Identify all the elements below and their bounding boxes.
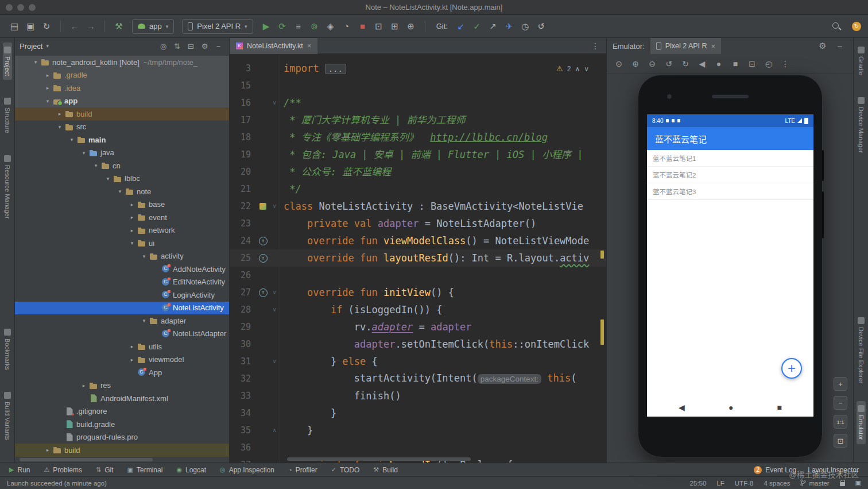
- tool-window-button-emulator[interactable]: Emulator: [857, 401, 866, 444]
- code-line[interactable]: 15: [230, 77, 606, 94]
- code-line[interactable]: 23 private val adapter = NoteListAdapter…: [230, 215, 606, 232]
- tree-item-res[interactable]: ▸res: [15, 379, 229, 392]
- tree-item-lblbc[interactable]: ▾lblbc: [15, 172, 229, 186]
- stop-icon[interactable]: ■: [355, 20, 370, 33]
- tool-window-button-profiler[interactable]: ◔Profiler: [288, 466, 317, 474]
- hide-panel-icon[interactable]: −: [212, 40, 224, 52]
- project-panel-title[interactable]: Project: [20, 42, 42, 51]
- tree-item-build[interactable]: ▸build: [15, 107, 229, 121]
- attach-debugger-icon[interactable]: ⊕: [404, 20, 418, 33]
- tree-item-App[interactable]: App: [15, 366, 229, 379]
- override-gutter-icon[interactable]: ↑: [256, 232, 270, 249]
- device-screenshot-icon[interactable]: ⊡: [371, 20, 386, 33]
- collapse-arrow-icon[interactable]: ▾: [67, 137, 76, 143]
- tree-item-.gradle[interactable]: ▸.gradle: [15, 69, 229, 82]
- layout-inspector-button[interactable]: Layout Inspector: [808, 466, 859, 474]
- code-line[interactable]: 32 startActivity(Intent(packageContext: …: [230, 370, 606, 387]
- tool-window-button-logcat[interactable]: ◉Logcat: [176, 466, 206, 474]
- expand-arrow-icon[interactable]: ▸: [43, 72, 52, 78]
- power-icon[interactable]: ⊙: [611, 57, 626, 71]
- code-line[interactable]: 36: [230, 439, 606, 456]
- expand-arrow-icon[interactable]: ▸: [127, 357, 137, 363]
- fold-marker-icon[interactable]: ∧: [270, 422, 279, 439]
- collapse-arrow-icon[interactable]: ▾: [140, 318, 149, 324]
- tool-window-button-project[interactable]: Project: [3, 43, 12, 80]
- window-controls[interactable]: [6, 4, 36, 11]
- tool-window-button-build[interactable]: ⚒Build: [373, 466, 398, 474]
- git-push-remote-icon[interactable]: ✈: [502, 20, 517, 33]
- note-list-item[interactable]: 蓝不蓝云笔记3: [647, 183, 813, 200]
- tool-window-button-run[interactable]: ▶Run: [9, 466, 30, 474]
- code-line[interactable]: 16∨/**: [230, 94, 606, 111]
- tool-window-button-app-inspection[interactable]: ◎App Inspection: [220, 466, 274, 474]
- git-push-icon[interactable]: ↗: [486, 20, 501, 33]
- git-update-icon[interactable]: ↙: [454, 20, 468, 33]
- minimize-window-icon[interactable]: [17, 4, 24, 11]
- tree-item-event[interactable]: ▸event: [15, 211, 229, 224]
- emulator-device-tab[interactable]: Pixel 2 API R ×: [650, 38, 722, 54]
- code-line[interactable]: 18 * 专注《零基础学编程系列》 http://lblbc.cn/blog: [230, 129, 606, 146]
- volume-up-icon[interactable]: ⊕: [628, 57, 643, 71]
- device-select[interactable]: Pixel 2 API R ▾: [182, 19, 253, 34]
- tool-window-button-problems[interactable]: ⚠Problems: [44, 466, 82, 474]
- tool-window-button-structure[interactable]: Structure: [3, 94, 12, 137]
- note-list-item[interactable]: 蓝不蓝云笔记2: [647, 167, 813, 183]
- lock-icon[interactable]: [840, 482, 845, 486]
- expand-collapse-icon[interactable]: ⇅: [171, 40, 183, 52]
- volume-down-icon[interactable]: ⊖: [645, 57, 660, 71]
- expand-arrow-icon[interactable]: ▸: [43, 85, 52, 91]
- tree-item-cn[interactable]: ▾cn: [15, 159, 229, 172]
- change-mark[interactable]: [600, 251, 604, 259]
- history-icon[interactable]: ◷: [518, 20, 533, 33]
- collapse-arrow-icon[interactable]: ▾: [91, 163, 100, 168]
- tree-item-java[interactable]: ▾java: [15, 147, 229, 160]
- code-line[interactable]: 17 * 厦门大学计算机专业 | 前华为工程师: [230, 111, 606, 129]
- fold-marker-icon[interactable]: ∨: [270, 353, 279, 370]
- code-line[interactable]: 35∧ }: [230, 422, 606, 439]
- fold-marker-icon[interactable]: ∨: [270, 301, 279, 318]
- tree-item-.idea[interactable]: ▸.idea: [15, 82, 229, 95]
- tree-item-AddNoteActivity[interactable]: AddNoteActivity: [15, 263, 229, 276]
- run-anything-icon[interactable]: ≡: [291, 20, 306, 33]
- zoom-fit-button[interactable]: ⊡: [834, 434, 847, 448]
- sync-icon[interactable]: ↻: [39, 20, 54, 33]
- maximize-window-icon[interactable]: [29, 4, 36, 11]
- indent-setting[interactable]: 4 spaces: [764, 480, 790, 487]
- close-window-icon[interactable]: [6, 4, 13, 11]
- code-line[interactable]: 19 * 包含: Java | 安卓 | 前端 | Flutter | iOS …: [230, 146, 606, 163]
- collapse-arrow-icon[interactable]: ▾: [140, 253, 149, 259]
- android-back-button[interactable]: ◀: [679, 403, 685, 412]
- layout-inspector-icon[interactable]: ⊞: [388, 20, 402, 33]
- tree-item-proguard-rules.pro[interactable]: proguard-rules.pro: [15, 431, 229, 444]
- tool-window-button-gradle[interactable]: Gradle: [857, 43, 866, 79]
- expand-arrow-icon[interactable]: ▸: [127, 344, 137, 349]
- zoom-actual-size-button[interactable]: 1:1: [834, 415, 847, 429]
- collapse-arrow-icon[interactable]: ▾: [43, 98, 52, 104]
- next-problem-icon[interactable]: ∨: [584, 60, 589, 78]
- change-mark[interactable]: [600, 319, 604, 345]
- tool-window-button-device-manager[interactable]: Device Manager: [857, 93, 866, 157]
- tree-item-main[interactable]: ▾main: [15, 133, 229, 147]
- chevron-down-icon[interactable]: ▾: [46, 43, 49, 49]
- tree-item-note[interactable]: ▾note: [15, 185, 229, 198]
- collapse-arrow-icon[interactable]: ▾: [79, 150, 88, 156]
- line-separator[interactable]: LF: [716, 480, 724, 487]
- tree-item-viewmodel[interactable]: ▸viewmodel: [15, 353, 229, 367]
- screenshot-icon[interactable]: ⊡: [745, 57, 760, 71]
- tree-item-note_android_kotlin-Note-[interactable]: ▾note_android_kotlin [Note]~/tmp/tmp/not…: [15, 56, 229, 69]
- expand-arrow-icon[interactable]: ▸: [43, 447, 52, 453]
- fold-marker-icon[interactable]: ∨: [270, 198, 279, 215]
- overview-nav-icon[interactable]: ■: [728, 57, 743, 71]
- expand-arrow-icon[interactable]: ▸: [127, 214, 137, 220]
- rollback-icon[interactable]: ↺: [534, 20, 549, 33]
- fold-marker-icon[interactable]: ∨: [270, 94, 279, 111]
- tool-window-button-bookmarks[interactable]: Bookmarks: [3, 325, 12, 374]
- collapse-all-icon[interactable]: ⊟: [185, 40, 197, 52]
- code-line[interactable]: 33 finish(): [230, 387, 606, 405]
- snapshots-icon[interactable]: ◴: [761, 57, 776, 71]
- tool-window-button-resource-manager[interactable]: Resource Manager: [3, 151, 12, 223]
- tree-item-EditNoteActivity[interactable]: EditNoteActivity: [15, 276, 229, 289]
- tree-item-AndroidManifest.xml[interactable]: AndroidManifest.xml: [15, 392, 229, 405]
- collapse-arrow-icon[interactable]: ▾: [31, 59, 40, 65]
- save-all-icon[interactable]: ▣: [23, 20, 38, 33]
